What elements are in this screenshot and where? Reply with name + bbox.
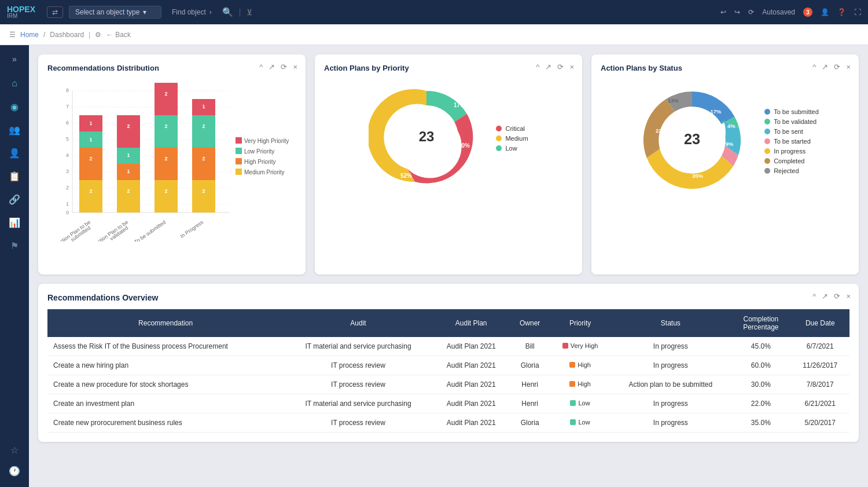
cell-audit-plan: Audit Plan 2021 (433, 337, 510, 356)
fullscreen-icon[interactable]: ⛶ (854, 8, 861, 16)
table-row[interactable]: Assess the Risk IT of the Business proce… (47, 337, 849, 356)
cell-owner: Gloria (510, 413, 550, 433)
cell-owner: Henri (510, 375, 550, 394)
action-priority-refresh-btn[interactable]: ⟳ (556, 61, 565, 72)
cell-priority: High (550, 375, 610, 394)
cell-due-date: 11/26/2017 (790, 356, 849, 375)
svg-text:52%: 52% (400, 173, 412, 179)
action-priority-expand-btn[interactable]: ↗ (544, 61, 553, 72)
priority-legend-critical: Critical (496, 125, 528, 132)
svg-rect-41 (155, 83, 178, 115)
sidebar-icon-people[interactable]: 👥 (3, 119, 26, 140)
table-row[interactable]: Create a new hiring plan IT process revi… (47, 356, 849, 375)
breadcrumb-bar: ☰ Home / Dashboard | ⚙ ← Back (0, 24, 868, 45)
sidebar-icon-home[interactable]: ⌂ (3, 73, 26, 94)
svg-rect-47 (192, 115, 215, 148)
status-donut-container: 23 17% 4% 9% 35% 22% 13% (631, 79, 753, 203)
cell-owner: Gloria (510, 356, 550, 375)
cell-completion: 30.0% (731, 375, 790, 394)
find-object-btn[interactable]: Find object › (167, 6, 216, 18)
sidebar-icon-user[interactable]: 👤 (3, 142, 26, 163)
svg-text:8: 8 (66, 87, 69, 93)
sidebar-icon-star[interactable]: ☆ (3, 440, 26, 460)
action-priority-collapse-btn[interactable]: ^ (535, 61, 540, 72)
help-icon[interactable]: ❓ (837, 8, 846, 16)
svg-text:Very High Priority: Very High Priority (244, 138, 289, 144)
cell-audit: IT material and service purchasing (284, 394, 433, 413)
priority-legend: Critical Medium Low (496, 125, 528, 152)
cell-priority: Low (550, 413, 610, 433)
logo-hopex: HOPEX (7, 5, 35, 13)
rec-dist-refresh-btn[interactable]: ⟳ (279, 61, 288, 72)
app-container: » ⌂ ◉ 👥 👤 📋 🔗 📊 ⚑ ☆ 🕐 Recommendations Di… (0, 45, 868, 487)
undo-icon[interactable]: ↩ (720, 8, 726, 16)
priority-donut-svg: 23 17% 30% 52% (369, 79, 484, 195)
sidebar-icon-link[interactable]: 🔗 (3, 189, 26, 210)
sidebar-icon-history[interactable]: 🕐 (3, 460, 26, 481)
svg-text:2: 2 (89, 188, 92, 194)
action-priority-controls: ^ ↗ ⟳ × (535, 61, 575, 72)
sidebar-icon-dashboard[interactable]: ◉ (3, 96, 26, 117)
sidebar-icon-list[interactable]: 📋 (3, 166, 26, 186)
notification-badge[interactable]: 3 (803, 8, 812, 17)
rec-overview-refresh-btn[interactable]: ⟳ (833, 291, 841, 302)
object-type-select[interactable]: Select an object type ▾ (69, 6, 161, 19)
rec-overview-close-btn[interactable]: × (845, 291, 852, 302)
col-recommendation: Recommendation (47, 309, 284, 337)
priority-donut-wrapper: 23 17% 30% 52% Critical (324, 79, 573, 197)
svg-text:1: 1 (202, 104, 205, 109)
breadcrumb-home[interactable]: Home (20, 31, 39, 39)
content-area: Recommendations Distribution ^ ↗ ⟳ × (29, 45, 868, 487)
table-row[interactable]: Create new prorocurement business rules … (47, 413, 849, 433)
cell-due-date: 7/8/2017 (790, 375, 849, 394)
table-row[interactable]: Create a new procedure for stock shortag… (47, 375, 849, 394)
svg-text:Low Priority: Low Priority (244, 148, 274, 155)
refresh-icon[interactable]: ⟳ (748, 8, 754, 16)
sidebar-toggle[interactable]: » (9, 51, 20, 67)
cell-completion: 60.0% (731, 356, 790, 375)
rec-dist-expand-btn[interactable]: ↗ (267, 61, 276, 72)
status-legend-sent: To be sent (764, 128, 819, 135)
svg-rect-27 (117, 180, 140, 213)
svg-text:17%: 17% (711, 108, 722, 115)
user-icon[interactable]: 👤 (821, 8, 829, 16)
cell-audit-plan: Audit Plan 2021 (433, 356, 510, 375)
redo-icon[interactable]: ↪ (734, 8, 740, 16)
nav-expand-icon[interactable]: ⊻ (247, 8, 252, 17)
sidebar-toggle-icon[interactable]: ☰ (9, 31, 16, 39)
cell-status: In progress (610, 337, 731, 356)
cell-due-date: 6/21/2021 (790, 394, 849, 413)
cell-audit-plan: Audit Plan 2021 (433, 394, 510, 413)
cell-priority: High (550, 356, 610, 375)
svg-text:In Progress: In Progress (179, 219, 205, 239)
table-row[interactable]: Create an investment plan IT material an… (47, 394, 849, 413)
svg-text:13%: 13% (668, 97, 679, 104)
sidebar-icon-flag[interactable]: ⚑ (3, 235, 26, 256)
back-button[interactable]: ← Back (106, 31, 131, 39)
svg-rect-59 (236, 148, 242, 154)
rec-overview-collapse-btn[interactable]: ^ (811, 291, 817, 302)
svg-text:23: 23 (419, 129, 435, 144)
action-status-collapse-btn[interactable]: ^ (811, 61, 817, 72)
search-icon[interactable]: 🔍 (222, 7, 233, 17)
action-status-close-btn[interactable]: × (845, 61, 852, 72)
rec-overview-table: Recommendation Audit Audit Plan Owner Pr… (47, 309, 849, 433)
rec-overview-expand-btn[interactable]: ↗ (821, 291, 829, 302)
action-status-controls: ^ ↗ ⟳ × (811, 61, 852, 72)
transfer-btn[interactable]: ⇄ (47, 6, 63, 18)
cell-due-date: 6/7/2021 (790, 337, 849, 356)
cell-audit: IT process review (284, 356, 433, 375)
status-legend: To be submitted To be validated To be se… (764, 108, 819, 174)
breadcrumb-settings-icon[interactable]: ⚙ (95, 31, 101, 39)
rec-dist-close-btn[interactable]: × (292, 61, 299, 72)
cell-completion: 35.0% (731, 413, 790, 433)
rec-distribution-card: Recommendations Distribution ^ ↗ ⟳ × (38, 54, 306, 274)
action-status-expand-btn[interactable]: ↗ (821, 61, 829, 72)
sidebar-icon-chart[interactable]: 📊 (3, 212, 26, 233)
svg-text:30%: 30% (458, 142, 470, 149)
action-priority-close-btn[interactable]: × (568, 61, 575, 72)
action-status-refresh-btn[interactable]: ⟳ (833, 61, 841, 72)
rec-overview-title: Recommendations Overview (47, 293, 849, 302)
svg-rect-37 (155, 148, 178, 180)
rec-dist-collapse-btn[interactable]: ^ (258, 61, 264, 72)
